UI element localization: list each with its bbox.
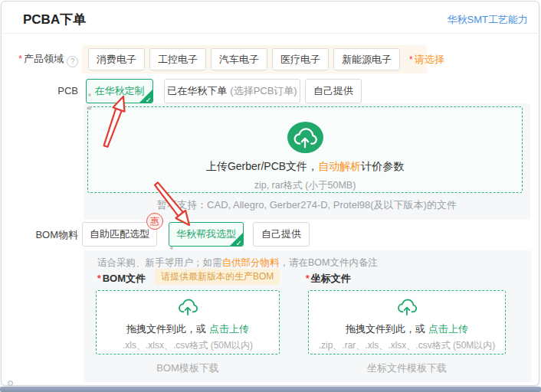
auto-parse-highlight: 自动解析 [318,160,361,172]
pcb-tab-huaqiu-custom[interactable]: 在华秋定制 ✓ [86,79,153,103]
bom-file-dropzone[interactable]: 拖拽文件到此，或点击上传 .xls、.xlsx、.csv格式 (50M以内) [96,290,280,354]
panel-header: PCBA下单 华秋SMT工艺能力 [3,3,540,34]
check-icon: ✓ [146,96,152,103]
check-icon: ✓ [236,239,242,247]
smt-capability-link[interactable]: 华秋SMT工艺能力 [448,13,528,27]
coord-format-note: .zip、.rar、.xls、.xlsx、.csv格式 (50M以内) [319,339,496,352]
discount-badge: 惠 [146,213,163,230]
bom-tab-huaqiu-select[interactable]: 华秋帮我选型 ✓ [169,222,244,247]
unsupported-formats-note: 暂不支持：CAD, Allegro, Gerber274-D, Protel98… [84,198,530,212]
self-supply-highlight: 自供部分物料 [222,257,280,268]
window-bottom-edge [0,387,541,392]
bom-version-hint: 请提供最新版本的生产BOM [155,269,280,285]
coord-file-dropzone[interactable]: 拖拽文件到此，或点击上传 .zip、.rar、.xls、.xlsx、.csv格式… [308,290,506,354]
product-domain-options: 消费电子 工控电子 汽车电子 医疗电子 新能源电子 *请选择 [82,45,427,74]
upload-cloud-icon [177,296,198,318]
upload-cloud-icon [396,296,418,318]
pcb-tab-already-ordered[interactable]: 已在华秋下单 (选择PCB订单) [164,79,300,103]
page-title: PCBA下单 [23,11,86,28]
pcb-upload-section: 上传Gerber/PCB文件，自动解析计价参数 zip, rar格式 (小于50… [84,103,530,220]
click-upload-link[interactable]: 点击上传 [209,323,249,335]
coord-template-download-link[interactable]: 坐标文件模板下载 [308,361,506,375]
upload-format-note: zip, rar格式 (小于50MB) [254,179,356,192]
bom-file-label: *BOM文件 [97,272,146,286]
please-select-hint: *请选择 [409,53,444,67]
domain-option-industrial[interactable]: 工控电子 [149,48,206,70]
domain-option-consumer[interactable]: 消费电子 [88,48,145,70]
gerber-upload-dropzone[interactable]: 上传Gerber/PCB文件，自动解析计价参数 zip, rar格式 (小于50… [87,106,523,193]
bom-label: BOM物料 [2,228,78,242]
pcba-order-panel: PCBA下单 华秋SMT工艺能力 *产品领域? 消费电子 工控电子 汽车电子 医… [1,1,539,386]
product-domain-label: *产品领域? [2,52,78,67]
domain-option-medical[interactable]: 医疗电子 [272,48,329,70]
upload-cloud-icon [287,122,323,153]
bom-tab-self-provide[interactable]: 自己提供 [253,222,310,247]
upload-instruction: 上传Gerber/PCB文件，自动解析计价参数 [206,160,404,174]
coord-file-label: *坐标文件 [306,272,351,286]
bom-upload-section: 适合采购、新手等用户；如需自供部分物料，请在BOM文件内备注 *BOM文件 请提… [84,250,532,382]
bom-format-note: .xls、.xlsx、.csv格式 (50M以内) [123,339,253,352]
bom-tab-self-match[interactable]: 自助匹配选型 惠 [82,222,157,247]
resize-handle[interactable] [8,381,13,386]
pcb-tab-self-provide[interactable]: 自己提供 [305,79,362,103]
pcb-label: PCB [2,85,78,96]
bom-suitability-note: 适合采购、新手等用户；如需自供部分物料，请在BOM文件内备注 [97,256,378,270]
drag-instruction: 拖拽文件到此，或点击上传 [126,322,249,336]
drag-instruction: 拖拽文件到此，或点击上传 [346,322,468,336]
pcba-order-page: PCBA下单 华秋SMT工艺能力 *产品领域? 消费电子 工控电子 汽车电子 医… [0,0,541,392]
domain-option-automotive[interactable]: 汽车电子 [211,48,267,70]
bom-template-download-link[interactable]: BOM模板下载 [96,361,280,375]
domain-option-new-energy[interactable]: 新能源电子 [333,48,400,70]
required-asterisk: * [18,54,22,64]
help-icon[interactable]: ? [67,56,78,67]
click-upload-link[interactable]: 点击上传 [428,323,468,335]
